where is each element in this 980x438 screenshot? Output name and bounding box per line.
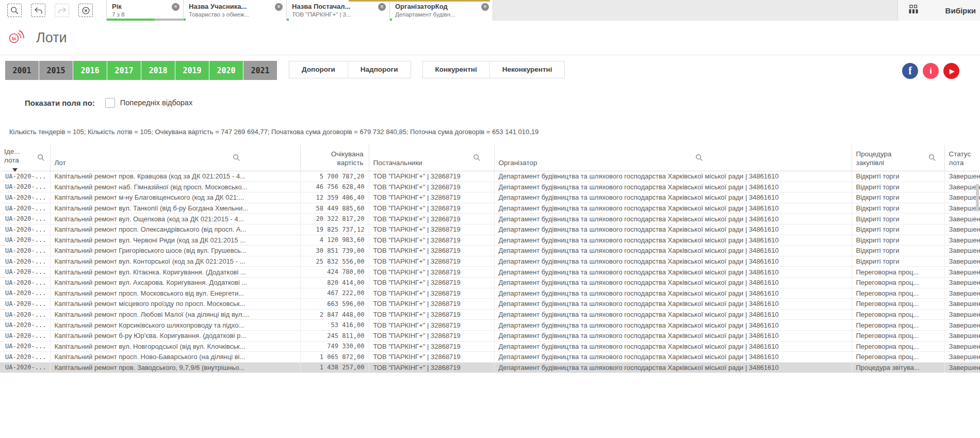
- cell-status[interactable]: Завершен: [944, 267, 980, 278]
- cell-organizer[interactable]: Департамент будівництва та шляхового гос…: [494, 309, 852, 320]
- cell-organizer[interactable]: Департамент будівництва та шляхового гос…: [494, 214, 852, 224]
- year-button-2019[interactable]: 2019: [175, 61, 209, 80]
- cell-supplier[interactable]: ТОВ "ПАРКІНГ+" | 32868719: [369, 235, 494, 246]
- year-button-2018[interactable]: 2018: [141, 61, 175, 80]
- cell-status[interactable]: Завершен: [944, 214, 980, 224]
- year-button-2021[interactable]: 2021: [243, 61, 277, 80]
- cell-procedure[interactable]: Відкриті торги: [852, 224, 944, 235]
- cell-status[interactable]: Завершен: [944, 352, 980, 363]
- cell-organizer[interactable]: Департамент будівництва та шляхового гос…: [494, 192, 852, 203]
- cell-value[interactable]: 12 359 486,40: [300, 192, 369, 203]
- cell-id[interactable]: UA-2020-...: [0, 203, 50, 214]
- cell-status[interactable]: Завершен: [944, 246, 980, 256]
- cell-status[interactable]: Завершен: [944, 341, 980, 352]
- cell-id[interactable]: UA-2020-...: [0, 277, 50, 288]
- cell-id[interactable]: UA-2020-...: [0, 192, 50, 203]
- cell-status[interactable]: Завершен: [944, 309, 980, 320]
- cell-id[interactable]: UA-2020-...: [0, 267, 50, 278]
- cell-lot[interactable]: Капітальний ремонт просп. Олександрівськ…: [50, 224, 300, 235]
- column-header-procedure[interactable]: Процедура закупівлі: [852, 144, 944, 171]
- cell-id[interactable]: UA-2020-...: [0, 362, 50, 373]
- cell-supplier[interactable]: ТОВ "ПАРКІНГ+" | 32868719: [369, 362, 494, 373]
- cell-procedure[interactable]: Відкриті торги: [852, 203, 944, 214]
- threshold-button[interactable]: Надпороги: [348, 61, 411, 78]
- cell-procedure[interactable]: Переговорна проц...: [852, 309, 944, 320]
- cell-supplier[interactable]: ТОВ "ПАРКІНГ+" | 32868719: [369, 224, 494, 235]
- cell-lot[interactable]: Капітальний ремонт вул. Новгородської (в…: [50, 341, 300, 352]
- cell-supplier[interactable]: ТОВ "ПАРКІНГ+" | 32868719: [369, 246, 494, 256]
- cell-supplier[interactable]: ТОВ "ПАРКІНГ+" | 32868719: [369, 288, 494, 299]
- cell-organizer[interactable]: Департамент будівництва та шляхового гос…: [494, 288, 852, 299]
- cell-status[interactable]: Завершен: [944, 330, 980, 341]
- cell-lot[interactable]: Капітальний ремонт вул. Кітаєнка. Коригу…: [50, 267, 300, 278]
- cell-value[interactable]: 25 832 556,00: [300, 256, 369, 267]
- cell-value[interactable]: 467 222,00: [300, 288, 369, 299]
- cell-supplier[interactable]: ТОВ "ПАРКІНГ+" | 32868719: [369, 299, 494, 310]
- cell-organizer[interactable]: Департамент будівництва та шляхового гос…: [494, 362, 852, 373]
- column-header-status[interactable]: Статус лота: [944, 144, 980, 171]
- cell-organizer[interactable]: Департамент будівництва та шляхового гос…: [494, 352, 852, 363]
- redo-button[interactable]: [52, 3, 72, 18]
- cell-id[interactable]: UA-2020-...: [0, 341, 50, 352]
- cell-lot[interactable]: Капітальний ремонт просп. Ново-Баварсько…: [50, 352, 300, 363]
- cell-procedure[interactable]: Переговорна проц...: [852, 277, 944, 288]
- cell-id[interactable]: UA-2020-...: [0, 320, 50, 331]
- cell-supplier[interactable]: ТОВ "ПАРКІНГ+" | 32868719: [369, 320, 494, 331]
- column-header-id[interactable]: Іде... лота: [0, 144, 50, 171]
- column-search-icon[interactable]: [233, 154, 240, 161]
- cell-status[interactable]: Завершен: [944, 235, 980, 246]
- cell-value[interactable]: 20 322 817,20: [300, 214, 369, 224]
- cell-id[interactable]: UA-2020-...: [0, 182, 50, 192]
- cell-id[interactable]: UA-2020-...: [0, 299, 50, 310]
- cell-lot[interactable]: Капітальний ремонт просп. Любові Малої (…: [50, 309, 300, 320]
- filter-chip[interactable]: Рік7 з 8✕: [106, 0, 184, 21]
- cell-procedure[interactable]: Переговорна проц...: [852, 288, 944, 299]
- cell-organizer[interactable]: Департамент будівництва та шляхового гос…: [494, 341, 852, 352]
- cell-lot[interactable]: Капітальний ремонт пров. Заводського, 9,…: [50, 362, 300, 373]
- filter-chip[interactable]: Назва Учасника...Товариство з обмеж...✕: [184, 0, 287, 21]
- cell-value[interactable]: 1 438 257,00: [300, 362, 369, 373]
- filter-chip[interactable]: Назва Постачал...ТОВ "ПАРКІНГ+" | 3...✕: [287, 0, 390, 21]
- cell-id[interactable]: UA-2020-...: [0, 235, 50, 246]
- cell-lot[interactable]: Капітальний ремонт пров. Кравцова (код з…: [50, 171, 300, 182]
- cell-supplier[interactable]: ТОВ "ПАРКІНГ+" | 32868719: [369, 309, 494, 320]
- cell-supplier[interactable]: ТОВ "ПАРКІНГ+" | 32868719: [369, 192, 494, 203]
- cell-status[interactable]: Завершен: [944, 182, 980, 192]
- cell-supplier[interactable]: ТОВ "ПАРКІНГ+" | 32868719: [369, 182, 494, 192]
- cell-procedure[interactable]: Процедура звітува...: [852, 362, 944, 373]
- cell-procedure[interactable]: Відкриті торги: [852, 256, 944, 267]
- cell-procedure[interactable]: Переговорна проц...: [852, 267, 944, 278]
- competitive-button[interactable]: Конкурентні: [423, 61, 489, 78]
- cell-procedure[interactable]: Переговорна проц...: [852, 352, 944, 363]
- cell-supplier[interactable]: ТОВ "ПАРКІНГ+" | 32868719: [369, 203, 494, 214]
- cell-status[interactable]: Завершен: [944, 192, 980, 203]
- year-button-2015[interactable]: 2015: [39, 61, 73, 80]
- cell-id[interactable]: UA-2020-...: [0, 214, 50, 224]
- chip-close-icon[interactable]: ✕: [481, 3, 489, 11]
- cell-procedure[interactable]: Переговорна проц...: [852, 330, 944, 341]
- cell-organizer[interactable]: Департамент будівництва та шляхового гос…: [494, 330, 852, 341]
- cell-procedure[interactable]: Відкриті торги: [852, 235, 944, 246]
- cell-id[interactable]: UA-2020-...: [0, 309, 50, 320]
- cell-organizer[interactable]: Департамент будівництва та шляхового гос…: [494, 224, 852, 235]
- chip-close-icon[interactable]: ✕: [378, 3, 386, 11]
- cell-value[interactable]: 663 596,00: [300, 299, 369, 310]
- cell-lot[interactable]: Капітальний ремонт Григорівського шосе (…: [50, 246, 300, 256]
- cell-lot[interactable]: Капітальний ремонт б-ру Юр'єва. Коригува…: [50, 330, 300, 341]
- cell-value[interactable]: 58 449 885,60: [300, 203, 369, 214]
- cell-organizer[interactable]: Департамент будівництва та шляхового гос…: [494, 299, 852, 310]
- cell-value[interactable]: 749 330,00: [300, 341, 369, 352]
- year-button-2017[interactable]: 2017: [107, 61, 141, 80]
- year-button-2020[interactable]: 2020: [209, 61, 243, 80]
- cell-status[interactable]: Завершен: [944, 203, 980, 214]
- chip-close-icon[interactable]: ✕: [275, 3, 283, 11]
- cell-organizer[interactable]: Департамент будівництва та шляхового гос…: [494, 267, 852, 278]
- cell-id[interactable]: UA-2020-...: [0, 330, 50, 341]
- cell-id[interactable]: UA-2020-...: [0, 352, 50, 363]
- cell-id[interactable]: UA-2020-...: [0, 256, 50, 267]
- cell-lot[interactable]: Капітальний ремонт місцевого проїзду по …: [50, 299, 300, 310]
- cell-status[interactable]: Завершен: [944, 320, 980, 331]
- cell-value[interactable]: 46 756 628,40: [300, 182, 369, 192]
- cell-lot[interactable]: Капітальний ремонт Корсиківського шляхоп…: [50, 320, 300, 331]
- cell-organizer[interactable]: Департамент будівництва та шляхового гос…: [494, 182, 852, 192]
